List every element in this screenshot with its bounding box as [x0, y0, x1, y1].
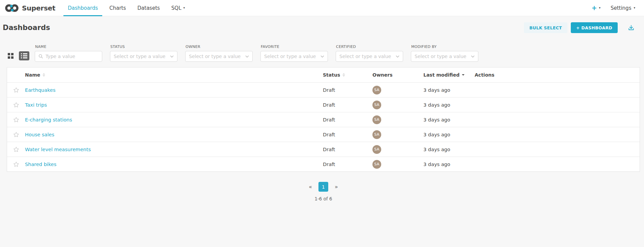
chevron-down-icon — [320, 55, 324, 58]
last-modified-text: 3 days ago — [423, 117, 450, 122]
favorite-star-button[interactable] — [12, 101, 20, 109]
owner-avatar[interactable]: SA — [372, 86, 381, 94]
sort-icon — [342, 73, 345, 77]
dashboard-name-link[interactable]: Shared bikes — [25, 162, 56, 167]
owner-avatar[interactable]: SA — [372, 160, 381, 169]
filter-status: STATUS Select or type a value — [110, 45, 177, 62]
owner-avatar[interactable]: SA — [372, 115, 381, 124]
column-header-name[interactable]: Name — [25, 72, 323, 78]
sort-desc-icon — [462, 74, 465, 76]
owner-avatar[interactable]: SA — [372, 101, 381, 109]
star-outline-icon — [13, 161, 19, 167]
favorite-star-button[interactable] — [12, 86, 20, 94]
bulk-select-button[interactable]: BULK SELECT — [524, 22, 567, 33]
caret-down-icon: ▾ — [599, 6, 600, 9]
select-placeholder: Select or type a value — [189, 54, 241, 59]
chevron-down-icon — [471, 55, 475, 58]
select-placeholder: Select or type a value — [339, 54, 391, 59]
status-filter-select[interactable]: Select or type a value — [110, 51, 177, 62]
caret-down-icon: ▾ — [184, 6, 185, 9]
chevron-down-icon — [245, 55, 249, 58]
star-outline-icon — [13, 87, 19, 93]
dashboard-name-link[interactable]: House sales — [25, 132, 54, 137]
prev-page-button[interactable]: « — [307, 183, 314, 191]
dashboard-name-link[interactable]: Taxi trips — [25, 102, 47, 108]
column-label: Status — [323, 72, 340, 78]
status-text: Draft — [323, 132, 335, 137]
settings-menu-button[interactable]: Settings ▾ — [611, 5, 635, 11]
last-modified-text: 3 days ago — [423, 147, 450, 152]
last-modified-text: 3 days ago — [423, 132, 450, 137]
favorite-star-button[interactable] — [12, 116, 20, 124]
favorite-star-button[interactable] — [12, 146, 20, 153]
filter-label: CERTIFIED — [336, 45, 403, 49]
certified-filter-select[interactable]: Select or type a value — [336, 51, 403, 62]
owner-avatar[interactable]: SA — [372, 130, 381, 139]
favorite-star-button[interactable] — [12, 131, 20, 138]
status-text: Draft — [323, 117, 335, 122]
next-page-button[interactable]: » — [333, 183, 340, 191]
new-item-menu-button[interactable]: + ▾ — [591, 5, 600, 11]
grid-icon — [8, 53, 13, 59]
dashboard-name-link[interactable]: Earthquakes — [25, 87, 56, 93]
column-label: Actions — [475, 72, 495, 78]
star-outline-icon — [13, 132, 19, 138]
status-text: Draft — [323, 147, 335, 152]
import-dashboards-button[interactable] — [626, 23, 636, 32]
sort-icon — [43, 73, 45, 77]
navbar-right: + ▾ Settings ▾ — [591, 0, 635, 16]
column-label: Owners — [372, 72, 393, 78]
new-dashboard-button[interactable]: + DASHBOARD — [571, 22, 618, 33]
nav-item-dashboards[interactable]: Dashboards — [62, 0, 104, 16]
nav-item-label: Charts — [109, 5, 126, 11]
star-outline-icon — [13, 117, 19, 123]
plus-icon: + — [591, 5, 597, 11]
pagination-section: « 1 » 1-6 of 6 — [7, 182, 640, 201]
name-search-box — [35, 51, 102, 62]
superset-logo[interactable]: Superset — [5, 0, 55, 16]
filter-owner: OWNER Select or type a value — [185, 45, 253, 62]
nav-item-sql[interactable]: SQL ▾ — [166, 0, 191, 16]
last-modified-text: 3 days ago — [423, 87, 450, 93]
column-header-owners: Owners — [372, 72, 423, 78]
filter-bar: NAME STATUS Select or type a value OWNE — [3, 45, 640, 62]
list-view-button[interactable] — [19, 51, 29, 60]
list-icon — [21, 53, 27, 58]
dashboard-name-link[interactable]: E-charging stations — [25, 117, 72, 122]
dashboard-name-link[interactable]: Water level measurements — [25, 147, 91, 152]
filter-label: NAME — [35, 45, 102, 49]
page-1-button[interactable]: 1 — [318, 182, 328, 192]
column-label: Name — [25, 72, 40, 78]
modified-by-filter-select[interactable]: Select or type a value — [411, 51, 478, 62]
filter-name: NAME — [35, 45, 102, 62]
chevron-down-icon — [170, 55, 174, 58]
filter-label: FAVORITE — [261, 45, 328, 49]
page-title: Dashboards — [3, 24, 50, 32]
filter-label: MODIFIED BY — [411, 45, 478, 49]
owner-avatar[interactable]: SA — [372, 145, 381, 154]
favorite-filter-select[interactable]: Select or type a value — [260, 51, 328, 62]
column-header-status[interactable]: Status — [323, 72, 372, 78]
card-view-button[interactable] — [5, 51, 16, 60]
last-modified-text: 3 days ago — [423, 162, 450, 167]
filter-label: STATUS — [110, 45, 177, 49]
column-header-last-modified[interactable]: Last modified — [423, 72, 475, 78]
favorite-star-button[interactable] — [12, 161, 20, 168]
brand-name: Superset — [22, 4, 55, 12]
nav-item-label: SQL — [171, 5, 181, 11]
pagination: « 1 » — [7, 182, 640, 192]
top-navbar: Superset Dashboards Charts Datasets SQL … — [0, 0, 644, 16]
select-placeholder: Select or type a value — [114, 54, 165, 59]
main-nav: Dashboards Charts Datasets SQL ▾ — [62, 0, 191, 16]
table-header-row: Name Status Owners Last modified Actions — [7, 67, 640, 82]
table-row: E-charging stations Draft SA 3 days ago — [7, 112, 640, 127]
name-filter-input[interactable] — [46, 54, 99, 59]
nav-item-datasets[interactable]: Datasets — [132, 0, 166, 16]
download-tray-icon — [628, 24, 635, 31]
select-placeholder: Select or type a value — [415, 54, 466, 59]
nav-item-charts[interactable]: Charts — [104, 0, 132, 16]
owner-filter-select[interactable]: Select or type a value — [185, 51, 253, 62]
caret-down-icon: ▾ — [634, 6, 635, 9]
filter-label: OWNER — [186, 45, 253, 49]
column-header-actions: Actions — [475, 72, 640, 78]
